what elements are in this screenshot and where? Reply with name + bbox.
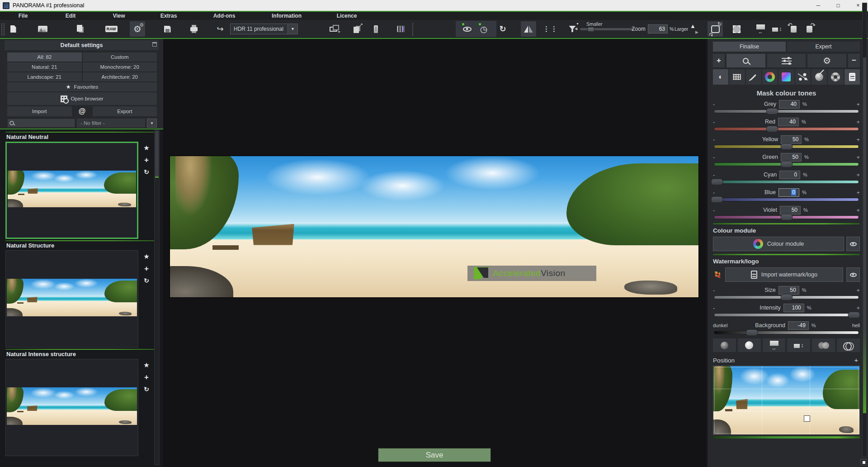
filter-custom[interactable]: Custom bbox=[83, 52, 157, 62]
open-browser-button[interactable]: Open browser bbox=[7, 92, 157, 105]
adjustments-button[interactable] bbox=[767, 54, 806, 67]
kebab-menu-icon[interactable]: ⋮⋮ bbox=[543, 21, 558, 37]
menu-view[interactable]: View bbox=[113, 13, 125, 19]
preset-thumbnail[interactable] bbox=[5, 142, 138, 239]
slider-thumb[interactable] bbox=[780, 294, 793, 301]
panorama-image[interactable]: AcceleratedVision bbox=[170, 156, 698, 297]
slider-value-field[interactable]: 50 bbox=[780, 206, 801, 214]
batch-export-icon[interactable] bbox=[349, 21, 364, 37]
save-button[interactable]: Save bbox=[378, 448, 491, 462]
slider-thumb[interactable] bbox=[711, 179, 723, 186]
favourite-star-icon[interactable]: ★ bbox=[143, 253, 149, 260]
stretch-width-icon[interactable]: ↔ bbox=[763, 338, 786, 352]
increase-button[interactable]: + bbox=[841, 101, 860, 108]
grain-icon[interactable] bbox=[729, 69, 745, 85]
slider-thumb[interactable] bbox=[780, 214, 793, 221]
zoom-slider-thumb[interactable] bbox=[588, 27, 594, 32]
script-icon[interactable] bbox=[844, 69, 860, 85]
print-icon[interactable] bbox=[186, 21, 202, 37]
decrease-button[interactable]: - bbox=[713, 207, 732, 214]
import-watermark-button[interactable]: Import watermark/logo bbox=[725, 267, 843, 282]
slider-value-field[interactable]: 100 bbox=[783, 304, 804, 312]
maximize-icon[interactable]: □ bbox=[828, 0, 848, 11]
slider-track[interactable] bbox=[714, 162, 859, 166]
increase-button[interactable]: + bbox=[841, 287, 860, 294]
export-button[interactable]: Export bbox=[93, 106, 157, 116]
increase-button[interactable]: + bbox=[841, 172, 860, 178]
preset-item[interactable]: Natural Neutral★+↻ bbox=[5, 132, 156, 239]
slider-value-field[interactable]: 0 bbox=[779, 171, 800, 179]
move-all-icon[interactable]: + bbox=[853, 357, 860, 364]
search-button[interactable] bbox=[726, 54, 765, 67]
slider-thumb[interactable] bbox=[780, 143, 793, 150]
increase-button[interactable]: + bbox=[841, 305, 860, 311]
slider-track[interactable] bbox=[714, 215, 859, 219]
zoom-slider-track[interactable]: ◀ bbox=[580, 28, 634, 30]
slider-thumb[interactable] bbox=[766, 126, 778, 133]
menu-information[interactable]: Information bbox=[272, 13, 302, 19]
position-thumbnail[interactable] bbox=[713, 366, 860, 435]
menu-extras[interactable]: Extras bbox=[160, 13, 177, 19]
menu-addons[interactable]: Add-ons bbox=[213, 13, 236, 19]
add-preset-icon[interactable]: + bbox=[144, 265, 149, 272]
chevron-down-icon[interactable]: ▼ bbox=[288, 24, 298, 34]
histogram-icon[interactable] bbox=[393, 21, 408, 37]
open-image-icon[interactable] bbox=[35, 21, 50, 37]
decrease-button[interactable]: - bbox=[713, 101, 732, 108]
selection-area-icon[interactable] bbox=[729, 21, 744, 37]
favourite-star-icon[interactable]: ★ bbox=[143, 144, 149, 151]
watermark-overlay[interactable]: AcceleratedVision bbox=[467, 266, 596, 281]
slider-value-field[interactable]: 50 bbox=[778, 286, 799, 295]
filter-funnel-icon[interactable] bbox=[565, 21, 580, 37]
preview-eye-icon[interactable] bbox=[459, 21, 475, 37]
colour-module-visibility-button[interactable] bbox=[846, 237, 860, 251]
rotate-right-icon[interactable]: ↷ bbox=[802, 21, 817, 37]
pan-control-icon[interactable] bbox=[685, 21, 701, 37]
reset-preset-icon[interactable]: ↻ bbox=[144, 386, 149, 392]
overlap-outline-icon[interactable] bbox=[837, 338, 860, 352]
filter-landscape[interactable]: Landscape: 21 bbox=[7, 72, 82, 81]
preset-list-scrollbar[interactable] bbox=[154, 129, 160, 465]
increase-button[interactable]: + bbox=[841, 189, 860, 196]
tab-expert[interactable]: Expert bbox=[787, 42, 860, 52]
filter-monochrome[interactable]: Monochrome: 20 bbox=[83, 62, 157, 71]
sphere-light-icon[interactable] bbox=[738, 338, 761, 352]
increase-button[interactable]: + bbox=[841, 119, 860, 125]
decrease-button[interactable]: - bbox=[713, 287, 732, 294]
colour-module-button[interactable]: Colour module bbox=[713, 237, 844, 251]
retouch-brush-icon[interactable] bbox=[811, 69, 827, 85]
decrease-button[interactable]: - bbox=[713, 305, 732, 311]
scrollbar-thumb[interactable] bbox=[155, 131, 159, 178]
raw-import-icon[interactable]: RAW bbox=[104, 21, 119, 37]
menu-licence[interactable]: Licence bbox=[337, 13, 357, 19]
menu-edit[interactable]: Edit bbox=[66, 13, 76, 19]
at-sign-icon[interactable]: @ bbox=[72, 107, 93, 115]
redo-icon[interactable]: ↻ bbox=[495, 21, 510, 37]
slider-thumb[interactable] bbox=[848, 312, 860, 319]
sphere-dark-icon[interactable] bbox=[713, 338, 736, 352]
colour-cube-icon[interactable] bbox=[778, 69, 794, 85]
before-after-icon[interactable]: ◐ bbox=[713, 69, 728, 85]
filter-natural[interactable]: Natural: 21 bbox=[7, 62, 82, 71]
share-export-icon[interactable]: ↪ bbox=[212, 21, 228, 37]
auto-settings-button[interactable]: ⚙ bbox=[807, 54, 846, 67]
decrease-button[interactable]: - bbox=[713, 189, 732, 196]
slider-track[interactable] bbox=[714, 198, 859, 201]
rotate-left-icon[interactable]: ↶ bbox=[786, 21, 801, 37]
slider-value-field[interactable]: 50 bbox=[781, 135, 802, 144]
increase-button[interactable]: + bbox=[841, 207, 860, 214]
toolbar-drag-handle[interactable] bbox=[1, 24, 2, 35]
increase-button[interactable]: + bbox=[841, 136, 860, 143]
tab-finalise[interactable]: Finalise bbox=[713, 42, 786, 52]
slider-value-field[interactable]: 40 bbox=[779, 100, 800, 109]
slider-thumb[interactable] bbox=[780, 161, 793, 168]
save-icon[interactable] bbox=[160, 21, 175, 37]
add-preset-icon[interactable]: + bbox=[144, 156, 149, 164]
reset-preset-icon[interactable]: ↻ bbox=[144, 169, 149, 175]
fit-width-icon[interactable]: ↔ bbox=[753, 21, 768, 37]
slider-left-arrow-icon[interactable]: ◀ bbox=[575, 27, 577, 31]
filter-dropdown[interactable]: - No filter - bbox=[77, 119, 145, 128]
history-icon[interactable]: ◷ bbox=[476, 21, 491, 37]
perspective-rotate-icon[interactable] bbox=[708, 21, 723, 37]
menu-file[interactable]: File bbox=[19, 13, 28, 19]
